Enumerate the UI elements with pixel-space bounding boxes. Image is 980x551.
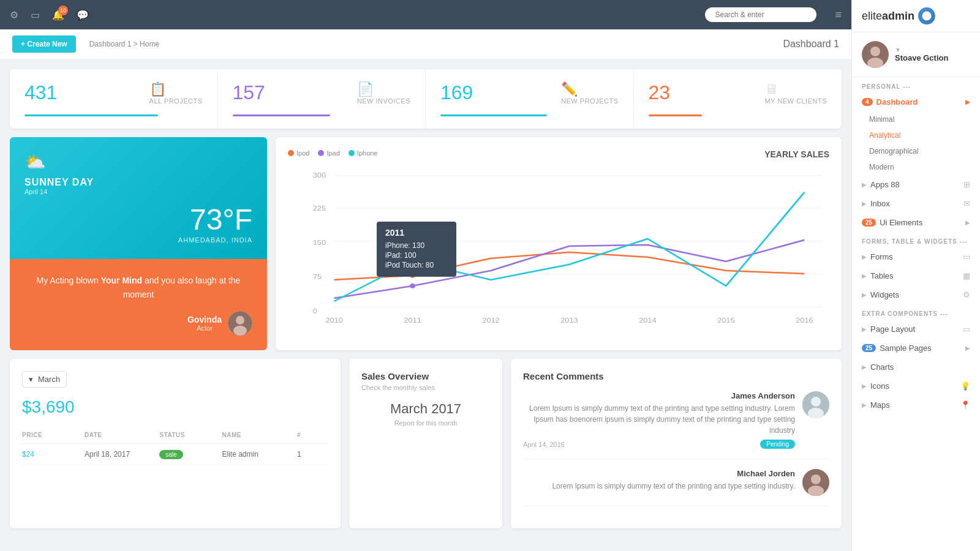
svg-text:2012: 2012: [482, 317, 500, 324]
sidebar-item-page-layout[interactable]: ▶ Page Layout ▭: [852, 320, 980, 339]
comment-avatar-1: [802, 469, 829, 496]
chevron-right-icons-icon: ▶: [862, 383, 867, 389]
apps-grid-icon: ⊞: [963, 180, 970, 189]
legend-iphone: Iphone: [349, 149, 378, 157]
yearly-sales-card: Ipod Ipad Iphone YEARLY SALES: [276, 137, 842, 350]
comment-avatar-0: [802, 391, 829, 418]
sidebar-item-forms[interactable]: ▶ Forms ▭: [852, 247, 980, 266]
middle-row: ⛅ SUNNEY DAY April 14 73°F AHMEDABAD, IN…: [10, 137, 842, 350]
sidebar-label-widgets: Widgets: [870, 290, 899, 299]
sidebar-item-dashboard[interactable]: 4 Dashboard ▶: [852, 92, 980, 111]
comment-text-0: Lorem Ipsum is simply dummy text of the …: [523, 403, 795, 436]
sidebar-item-modern[interactable]: Modern: [852, 159, 980, 175]
sidebar-item-inbox[interactable]: ▶ Inbox ✉: [852, 194, 980, 213]
create-new-button[interactable]: + Create New: [12, 36, 76, 53]
section-forms-label: FORMS, TABLE & WIDGETS ---: [852, 232, 980, 247]
sidebar-item-tables[interactable]: ▶ Tables ▦: [852, 266, 980, 285]
dropdown-arrow-icon: ▾: [29, 375, 33, 384]
projects-icon: 📋: [149, 81, 203, 97]
month-selector[interactable]: ▾ March: [22, 371, 67, 388]
layout-toggle-icon[interactable]: ▭: [31, 9, 40, 21]
sidebar-item-maps[interactable]: ▶ Maps 📍: [852, 395, 980, 414]
svg-text:75: 75: [313, 273, 322, 281]
row-price: $24: [22, 450, 85, 459]
sidebar-item-widgets[interactable]: ▶ Widgets ⚙: [852, 285, 980, 304]
maps-icon: 📍: [960, 400, 970, 410]
sidebar-label-tables: Tables: [870, 271, 894, 280]
stat-card-new-projects: 169 ✏️ New Projects: [426, 69, 634, 129]
chart-tooltip: 2011 iPhone: 130 iPad: 100 iPod Touch: 8…: [377, 222, 456, 277]
weather-icon: ⛅: [24, 152, 46, 172]
sidebar-item-apps[interactable]: ▶ Apps 88 ⊞: [852, 175, 980, 194]
sidebar-label-apps: Apps 88: [870, 180, 900, 189]
breadcrumb-bar: + Create New Dashboard 1 > Home Dashboar…: [0, 29, 851, 59]
chevron-right-tables-icon: ▶: [862, 272, 867, 279]
comment-item-0: James Anderson Lorem Ipsum is simply dum…: [523, 391, 829, 459]
bottom-row: ▾ March $3,690 PRICE DATE STATUS NAME # …: [10, 359, 842, 528]
avatar: [862, 41, 889, 68]
messages-icon[interactable]: 💬: [77, 9, 89, 21]
stat-number-invoices: 157: [233, 81, 265, 104]
sidebar-item-icons[interactable]: ▶ Icons 💡: [852, 377, 980, 395]
svg-text:300: 300: [313, 171, 326, 179]
stat-label-projects: All Projects: [149, 97, 203, 105]
sidebar-item-minimal[interactable]: Minimal: [852, 111, 980, 127]
svg-text:2013: 2013: [560, 317, 578, 324]
quote-avatar: [228, 311, 252, 335]
weather-temp: 73°F: [24, 203, 252, 236]
quote-author-title: Actor: [187, 324, 222, 332]
row-status: sale: [159, 450, 222, 459]
stat-bar-invoices: [233, 114, 331, 116]
sidebar-item-demographical[interactable]: Demographical: [852, 143, 980, 159]
layout-icon: ▭: [963, 324, 970, 334]
overview-title: Sales Overview: [361, 371, 490, 381]
overview-report: Report for this month: [361, 419, 490, 427]
chevron-right-charts-icon: ▶: [862, 364, 867, 370]
iphone-dot: [349, 150, 355, 156]
chevron-right-layout-icon: ▶: [862, 326, 867, 332]
stat-label-invoices: New Invoices: [357, 97, 410, 105]
svg-point-25: [811, 397, 821, 407]
forms-icon: ▭: [963, 252, 970, 261]
stat-card-projects: 431 📋 All Projects: [10, 69, 218, 129]
sidebar-label-ui: Ui Elements: [880, 218, 922, 227]
sidebar-label-forms: Forms: [870, 252, 893, 261]
yearly-chart: 300 225 150 75 0 2010 2011: [288, 167, 829, 338]
svg-text:0: 0: [313, 307, 318, 315]
svg-point-0: [922, 12, 932, 21]
overview-month: March 2017: [361, 401, 490, 417]
table-row: $24 April 18, 2017 sale Elite admin 1: [22, 444, 328, 465]
legend-ipad-label: Ipad: [326, 149, 339, 157]
chevron-right-widgets-icon: ▶: [862, 291, 867, 298]
stat-card-clients: 23 🖥 My New Clients: [634, 69, 842, 129]
gear-icon[interactable]: ⚙: [10, 9, 18, 21]
sidebar-item-sample-pages[interactable]: 25 Sample Pages ▶: [852, 339, 980, 358]
svg-point-2: [870, 47, 880, 56]
stat-number-new-projects: 169: [440, 81, 473, 104]
top-header: ⚙ ▭ 🔔 10 💬 ≡: [0, 0, 851, 29]
svg-point-5: [236, 316, 244, 324]
chevron-right-ui-icon: ▶: [965, 219, 970, 226]
ipad-dot: [318, 150, 324, 156]
legend-iphone-label: Iphone: [357, 149, 378, 157]
sales-overview-card: Sales Overview Check the monthly sales M…: [349, 359, 502, 528]
notifications-icon[interactable]: 🔔 10: [52, 9, 64, 21]
sidebar-item-ui-elements[interactable]: 25 Ui Elements ▶: [852, 213, 980, 232]
col-price: PRICE: [22, 432, 85, 438]
user-name: Stoave Gction: [895, 53, 948, 62]
tooltip-ipod-touch: iPod Touch: 80: [385, 261, 448, 269]
hamburger-icon[interactable]: ≡: [835, 9, 842, 21]
weather-location: AHMEDABAD, INDIA: [24, 236, 252, 244]
sidebar-item-charts[interactable]: ▶ Charts: [852, 358, 980, 377]
content-area: 431 📋 All Projects 157 📄 New Invoices: [0, 59, 851, 551]
stat-bar-new-projects: [440, 114, 547, 116]
user-profile-area[interactable]: ▼ Stoave Gction: [852, 32, 980, 77]
sidebar-item-analytical[interactable]: Analytical: [852, 127, 980, 143]
svg-text:2014: 2014: [639, 317, 657, 324]
notif-badge-1: 10: [58, 6, 68, 15]
search-input[interactable]: [705, 7, 816, 22]
stat-bar-clients: [649, 114, 702, 116]
new-projects-icon: ✏️: [561, 81, 618, 97]
page-title: Dashboard 1: [783, 39, 839, 50]
sales-table-card: ▾ March $3,690 PRICE DATE STATUS NAME # …: [10, 359, 341, 528]
